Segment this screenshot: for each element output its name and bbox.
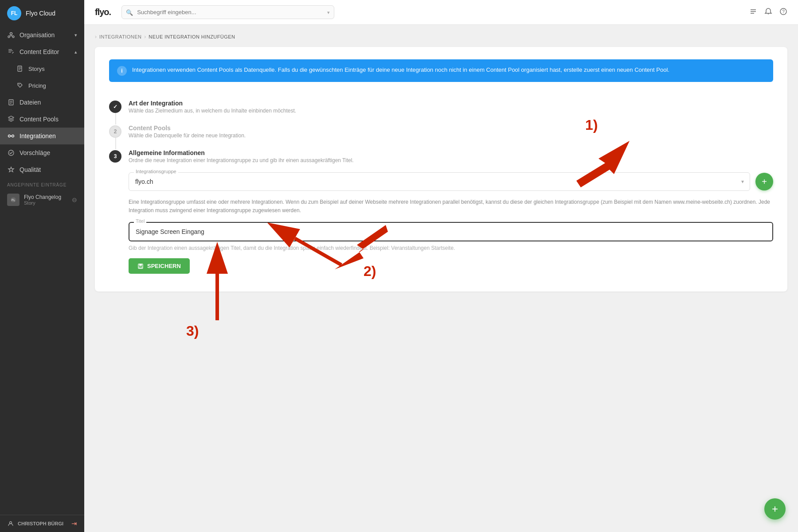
pinned-remove-icon[interactable]: ⊖ [72, 196, 77, 203]
pinned-item-title: Flyo Changelog [24, 194, 67, 200]
edit-icon [7, 48, 15, 56]
search-dropdown-icon[interactable]: ▾ [327, 9, 330, 15]
sidebar-item-vorschlaege-label: Vorschläge [20, 149, 50, 156]
book-icon [16, 65, 24, 73]
sidebar-item-organisation-label: Organisation [20, 31, 55, 39]
select-row: Integrationsgruppe flyo.ch ▾ + [129, 172, 773, 191]
svg-rect-32 [139, 264, 142, 266]
list-icon[interactable] [749, 8, 757, 17]
help-icon[interactable]: ? [779, 8, 787, 17]
topbar: flyo. 🔍 ▾ ? [84, 0, 798, 25]
step-3-subtitle: Ordne die neue Integration einer Integra… [129, 157, 773, 163]
pinned-thumb: FL [7, 194, 20, 206]
sidebar-item-storys[interactable]: Storys [0, 60, 84, 77]
group-field-group: Integrationsgruppe flyo.ch ▾ [129, 172, 750, 191]
sidebar-item-content-pools-label: Content Pools [20, 116, 59, 123]
add-group-button[interactable]: + [755, 173, 773, 190]
step-2-subtitle: Wähle die Datenquelle für deine neue Int… [129, 132, 773, 139]
layers-icon [7, 115, 15, 123]
breadcrumb: › INTEGRATIONEN › NEUE INTEGRATION HINZU… [95, 34, 787, 40]
sidebar-header: FL Flyo Cloud [0, 0, 84, 27]
svg-rect-33 [139, 267, 142, 268]
fab-add-button[interactable]: + [764, 498, 786, 520]
svg-rect-6 [8, 49, 12, 50]
save-label: SPEICHERN [147, 263, 181, 269]
svg-text:FL: FL [12, 198, 15, 202]
step-2-number: 2 [109, 125, 121, 138]
sidebar-item-vorschlaege[interactable]: Vorschläge [0, 144, 84, 161]
svg-point-0 [10, 33, 12, 35]
step-2-title: Content Pools [129, 124, 773, 132]
sidebar-username: CHRISTOPH BÜRGI [18, 521, 63, 526]
tag-icon [16, 82, 24, 89]
fab-plus-icon: + [772, 503, 778, 515]
info-banner: i Integrationen verwenden Content Pools … [109, 59, 773, 82]
sidebar-item-qualitaet[interactable]: Qualität [0, 161, 84, 178]
step-1-title: Art der Integration [129, 100, 773, 107]
step-1-number: ✓ [109, 101, 121, 113]
breadcrumb-integrationen[interactable]: INTEGRATIONEN [99, 34, 141, 39]
svg-point-13 [19, 84, 20, 85]
chevron-up-icon: ▴ [74, 49, 77, 55]
sidebar-user: CHRISTOPH BÜRGI ⇥ [0, 515, 84, 532]
svg-point-19 [12, 135, 14, 137]
search-input[interactable] [121, 5, 334, 19]
save-button[interactable]: SPEICHERN [129, 258, 190, 274]
sidebar-item-pricing[interactable]: Pricing [0, 77, 84, 94]
topbar-logo: flyo. [95, 7, 111, 17]
sidebar-item-dateien-label: Dateien [20, 99, 41, 106]
form-area: Integrationsgruppe flyo.ch ▾ + Eine Inte… [129, 172, 773, 274]
search-icon: 🔍 [126, 9, 133, 16]
topbar-icons: ? [749, 8, 787, 17]
sidebar-item-dateien[interactable]: Dateien [0, 94, 84, 111]
org-icon [7, 31, 15, 39]
pinned-section: ANGEPINNTE EINTRÄGE FL Flyo Changelog St… [0, 178, 84, 210]
sidebar-item-organisation[interactable]: Organisation ▾ [0, 27, 84, 43]
content-area: › INTEGRATIONEN › NEUE INTEGRATION HINZU… [84, 25, 798, 532]
pinned-item-subtitle: Story [24, 200, 67, 206]
step-2: 2 Content Pools Wähle die Datenquelle fü… [109, 119, 773, 144]
step-3-title: Allgemeine Informationen [129, 149, 773, 156]
step-3: 3 Allgemeine Informationen Ordne die neu… [109, 144, 773, 279]
avatar: FL [7, 6, 21, 20]
search-bar: 🔍 ▾ [121, 5, 334, 19]
save-icon [137, 263, 144, 269]
breadcrumb-neue-integration: NEUE INTEGRATION HINZUFÜGEN [149, 34, 235, 39]
svg-rect-8 [8, 52, 11, 52]
app-name: Flyo Cloud [26, 10, 55, 17]
chevron-down-icon: ▾ [74, 32, 77, 38]
step-1-subtitle: Wähle das Zielmedium aus, in welchem du … [129, 108, 773, 114]
user-icon [7, 520, 14, 527]
step-1: ✓ Art der Integration Wähle das Zielmedi… [109, 94, 773, 119]
main-card: i Integrationen verwenden Content Pools … [95, 47, 787, 291]
logout-icon[interactable]: ⇥ [71, 520, 77, 528]
sidebar-item-content-editor[interactable]: Content Editor ▴ [0, 43, 84, 60]
sidebar-item-content-editor-label: Content Editor [20, 48, 59, 55]
sidebar: FL Flyo Cloud Organisation ▾ [0, 0, 84, 532]
sidebar-item-integrationen-label: Integrationen [20, 132, 56, 140]
svg-rect-7 [8, 50, 13, 51]
integrations-icon [7, 132, 15, 140]
title-field-label: Titel [134, 218, 146, 224]
svg-point-21 [8, 150, 14, 155]
group-select[interactable]: flyo.ch [129, 172, 750, 191]
pinned-label: ANGEPINNTE EINTRÄGE [7, 183, 77, 187]
title-field-group: Titel [129, 222, 773, 241]
sidebar-item-integrationen[interactable]: Integrationen [0, 128, 84, 144]
main-wrapper: flyo. 🔍 ▾ ? › INTEGRATIONEN › NEUE INT [84, 0, 798, 532]
sidebar-item-pricing-label: Pricing [28, 82, 46, 89]
title-input[interactable] [129, 222, 773, 241]
bell-icon[interactable] [764, 8, 772, 17]
info-banner-text: Integrationen verwenden Content Pools al… [132, 66, 669, 74]
pinned-item-flyo-changelog[interactable]: FL Flyo Changelog Story ⊖ [7, 191, 77, 209]
step-3-number: 3 [109, 150, 121, 163]
sidebar-item-qualitaet-label: Qualität [20, 166, 41, 173]
sidebar-item-storys-label: Storys [28, 66, 45, 72]
group-field-label: Integrationsgruppe [134, 169, 178, 174]
quality-icon [7, 166, 15, 174]
sidebar-item-content-pools[interactable]: Content Pools [0, 111, 84, 128]
check-icon [7, 149, 15, 157]
info-icon: i [117, 66, 127, 76]
svg-text:?: ? [782, 9, 785, 14]
steps-list: ✓ Art der Integration Wähle das Zielmedi… [109, 94, 773, 279]
